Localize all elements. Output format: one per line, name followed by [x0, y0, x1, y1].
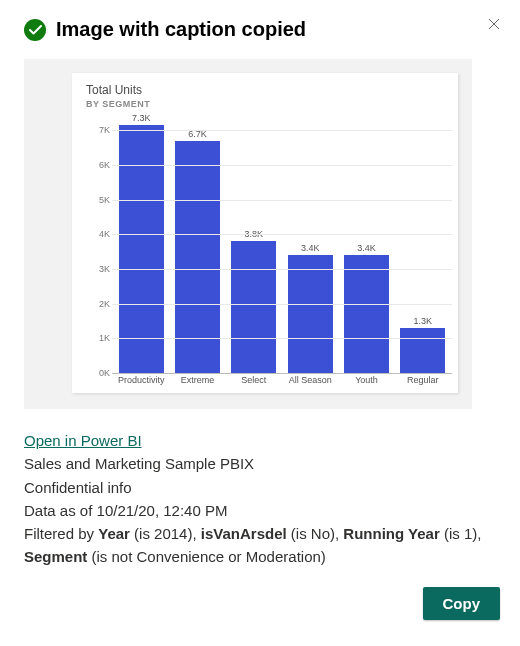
dialog-title: Image with caption copied [56, 18, 306, 41]
filters-line: Filtered by Year (is 2014), isVanArsdel … [24, 525, 481, 565]
bar [119, 125, 164, 373]
y-axis: 0K1K2K3K4K5K6K7K [86, 113, 112, 373]
open-in-powerbi-link[interactable]: Open in Power BI [24, 429, 142, 452]
x-axis: ProductivityExtremeSelectAll SeasonYouth… [112, 373, 452, 385]
y-tick: 1K [99, 333, 110, 343]
bar-data-label: 7.3K [132, 113, 151, 123]
chart-preview-area: Total Units BY SEGMENT 0K1K2K3K4K5K6K7K … [24, 59, 472, 409]
close-button[interactable] [484, 14, 504, 34]
classification-label: Confidential info [24, 479, 132, 496]
y-tick: 3K [99, 264, 110, 274]
grid-line [112, 130, 452, 131]
bar-data-label: 3.4K [357, 243, 376, 253]
y-tick: 5K [99, 195, 110, 205]
copy-confirmation-dialog: Image with caption copied Total Units BY… [0, 0, 520, 636]
y-tick: 7K [99, 125, 110, 135]
filter-runningyear-val: (is 1), [440, 525, 482, 542]
report-name: Sales and Marketing Sample PBIX [24, 455, 254, 472]
data-as-of: Data as of 10/21/20, 12:40 PM [24, 502, 227, 519]
grid-line [112, 234, 452, 235]
bar-column: 6.7K [172, 113, 222, 373]
bar [288, 255, 333, 373]
chart-subtitle: BY SEGMENT [86, 99, 452, 109]
filter-vanarsdel-val: (is No), [287, 525, 344, 542]
dialog-header: Image with caption copied [24, 18, 500, 41]
grid-line [112, 304, 452, 305]
bar-column: 3.4K [285, 113, 335, 373]
dialog-footer: Copy [24, 587, 500, 620]
y-tick: 6K [99, 160, 110, 170]
plot-area: 7.3K6.7K3.8K3.4K3.4K1.3K [112, 113, 452, 373]
y-tick: 4K [99, 229, 110, 239]
x-tick: Select [229, 373, 279, 385]
bar [400, 328, 445, 373]
filters-prefix: Filtered by [24, 525, 98, 542]
x-tick: Productivity [116, 373, 166, 385]
x-tick: Extreme [172, 373, 222, 385]
close-icon [488, 18, 500, 30]
bar-column: 3.4K [341, 113, 391, 373]
bar-column: 1.3K [398, 113, 448, 373]
bar-column: 3.8K [229, 113, 279, 373]
filter-vanarsdel-label: isVanArsdel [201, 525, 287, 542]
x-tick: Regular [398, 373, 448, 385]
filter-year-val: (is 2014), [130, 525, 201, 542]
chart-title: Total Units [86, 83, 452, 97]
bar [344, 255, 389, 373]
grid-line [112, 200, 452, 201]
grid-line [112, 269, 452, 270]
chart-card: Total Units BY SEGMENT 0K1K2K3K4K5K6K7K … [72, 73, 458, 393]
copy-button[interactable]: Copy [423, 587, 501, 620]
x-tick: All Season [285, 373, 335, 385]
grid-line [112, 165, 452, 166]
bar-data-label: 1.3K [414, 316, 433, 326]
y-tick: 2K [99, 299, 110, 309]
bar-data-label: 3.4K [301, 243, 320, 253]
caption-block: Open in Power BI Sales and Marketing Sam… [24, 429, 500, 569]
grid-line [112, 338, 452, 339]
bar-column: 7.3K [116, 113, 166, 373]
filter-runningyear-label: Running Year [343, 525, 439, 542]
grid-line [112, 373, 452, 374]
y-tick: 0K [99, 368, 110, 378]
filter-segment-label: Segment [24, 548, 87, 565]
filter-segment-val: (is not Convenience or Moderation) [87, 548, 325, 565]
filter-year-label: Year [98, 525, 130, 542]
x-tick: Youth [341, 373, 391, 385]
check-circle-icon [24, 19, 46, 41]
chart-inner: Total Units BY SEGMENT 0K1K2K3K4K5K6K7K … [86, 83, 452, 385]
bar [231, 241, 276, 373]
